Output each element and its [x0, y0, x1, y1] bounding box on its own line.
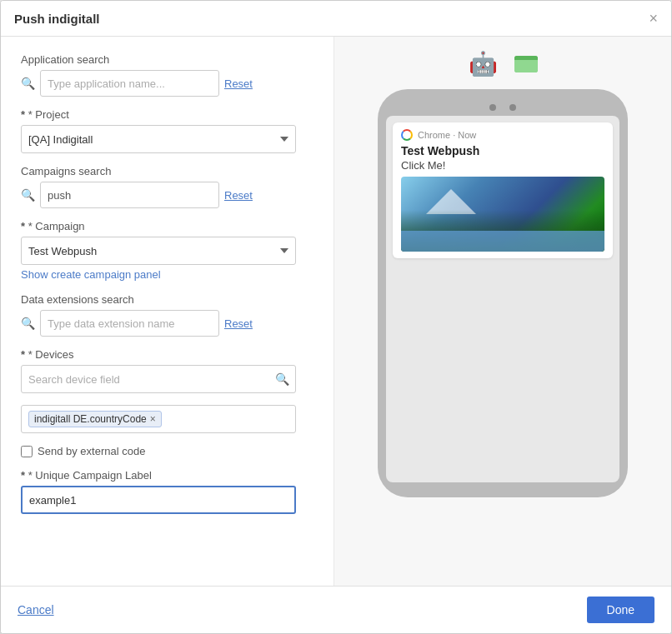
notif-header: Chrome · Now — [401, 129, 604, 141]
notif-source: Chrome · Now — [418, 130, 476, 140]
notif-title: Test Webpush — [401, 144, 604, 157]
tag-label: indigitall DE.countryCode — [34, 413, 147, 425]
campaign-select[interactable]: Test Webpush — [21, 237, 296, 265]
send-external-row: Send by external code — [21, 445, 313, 457]
tag-item: indigitall DE.countryCode × — [28, 411, 162, 427]
campaign-group: * Campaign Test Webpush Show create camp… — [21, 220, 313, 282]
project-select-wrapper: [QA] Indigitall — [21, 125, 296, 153]
devices-search-wrapper: 🔍 — [21, 365, 296, 393]
platform-icons: 🤖 — [469, 50, 538, 77]
application-search-input[interactable] — [40, 70, 219, 97]
devices-label: * Devices — [21, 348, 313, 361]
campaigns-search-input[interactable] — [40, 182, 219, 208]
data-extensions-row: 🔍 Reset — [21, 310, 313, 337]
campaigns-search-icon: 🔍 — [21, 188, 35, 202]
campaigns-search-row: 🔍 Reset — [21, 182, 313, 208]
campaigns-search-label: Campaigns search — [21, 165, 313, 177]
cancel-button[interactable]: Cancel — [18, 603, 54, 617]
left-panel: Application search 🔍 Reset * Project [QA… — [1, 37, 334, 586]
phone-screen: Chrome · Now Test Webpush Click Me! — [386, 116, 619, 482]
tag-container: indigitall DE.countryCode × — [21, 405, 296, 433]
campaigns-reset-button[interactable]: Reset — [224, 189, 253, 202]
modal-footer: Cancel Done — [1, 586, 671, 633]
devices-group: * Devices 🔍 — [21, 348, 313, 393]
data-extensions-search-icon: 🔍 — [21, 317, 35, 330]
tag-group: indigitall DE.countryCode × — [21, 405, 313, 433]
notif-image — [401, 177, 604, 252]
android-icon: 🤖 — [469, 50, 498, 77]
close-button[interactable]: × — [649, 11, 658, 26]
modal-title: Push indigitall — [14, 12, 100, 26]
done-button[interactable]: Done — [587, 597, 654, 623]
notif-image-water — [401, 231, 604, 252]
project-label: * Project — [21, 108, 313, 121]
phone-frame: Chrome · Now Test Webpush Click Me! — [378, 89, 628, 497]
show-campaign-link[interactable]: Show create campaign panel — [21, 268, 161, 281]
chrome-icon — [401, 129, 413, 141]
application-reset-button[interactable]: Reset — [224, 77, 253, 90]
notif-body: Click Me! — [401, 159, 604, 172]
data-extensions-search-input[interactable] — [40, 310, 219, 337]
campaign-label: * Campaign — [21, 220, 313, 232]
devices-search-input[interactable] — [21, 365, 296, 393]
notification-card: Chrome · Now Test Webpush Click Me! — [393, 122, 613, 258]
right-panel: 🤖 Chrome · Now — [334, 37, 671, 586]
modal-header: Push indigitall × — [1, 1, 671, 37]
modal: Push indigitall × Application search 🔍 R… — [0, 0, 672, 634]
send-external-checkbox[interactable] — [21, 446, 33, 457]
unique-label-group: * Unique Campaign Label — [21, 469, 313, 514]
project-group: * Project [QA] Indigitall — [21, 108, 313, 153]
search-icon: 🔍 — [21, 77, 35, 90]
application-search-row: 🔍 Reset — [21, 70, 313, 97]
unique-label-input[interactable] — [21, 486, 296, 514]
phone-speaker — [489, 104, 496, 111]
application-search-label: Application search — [21, 53, 313, 66]
modal-body: Application search 🔍 Reset * Project [QA… — [1, 37, 671, 586]
send-external-label: Send by external code — [38, 445, 145, 457]
unique-label-label: * Unique Campaign Label — [21, 469, 313, 482]
project-select[interactable]: [QA] Indigitall — [21, 125, 296, 153]
phone-camera — [509, 104, 516, 111]
campaigns-search-group: Campaigns search 🔍 Reset — [21, 165, 313, 208]
campaign-select-wrapper: Test Webpush — [21, 237, 296, 265]
browser-icon — [514, 56, 538, 72]
data-extensions-label: Data extensions search — [21, 293, 313, 306]
tag-remove-button[interactable]: × — [150, 414, 156, 424]
application-search-group: Application search 🔍 Reset — [21, 53, 313, 97]
data-extensions-group: Data extensions search 🔍 Reset — [21, 293, 313, 337]
phone-top-bar — [386, 104, 619, 111]
data-extensions-reset-button[interactable]: Reset — [224, 317, 253, 330]
